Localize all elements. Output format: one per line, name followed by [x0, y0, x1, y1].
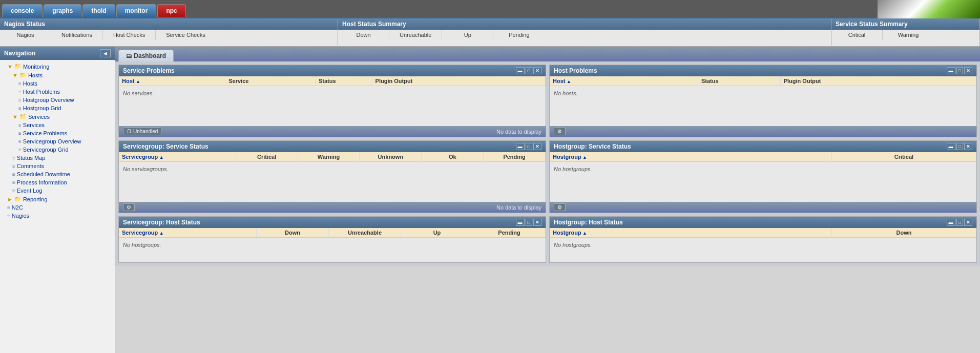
- unhandled-icon: 🗒: [127, 129, 132, 134]
- host-cell-down[interactable]: Down: [338, 30, 389, 40]
- service-problems-close-icon[interactable]: ✕: [533, 67, 541, 74]
- host-problems-gear-button[interactable]: ⚙: [554, 128, 566, 135]
- sidebar-item-status-map[interactable]: ≡ Status Map: [0, 154, 115, 162]
- folder-open-icon: ▼: [7, 64, 13, 70]
- sidebar-item-service-problems[interactable]: ≡ Service Problems: [0, 129, 115, 137]
- sidebar-item-comments[interactable]: ≡ Comments: [0, 162, 115, 170]
- sidebar-item-process-information[interactable]: ≡ Process Information: [0, 178, 115, 186]
- sg-service-status-minimize-icon[interactable]: ▬: [516, 143, 525, 150]
- hg-host-col-down-header: Down: [832, 228, 976, 237]
- sidebar-item-n2c[interactable]: ≡ N2C: [0, 203, 115, 212]
- host-problems-minimize-icon[interactable]: ▬: [947, 67, 955, 74]
- host-problems-title: Host Problems: [554, 67, 597, 74]
- sidebar-item-servicegroup-overview[interactable]: ≡ Servicegroup Overview: [0, 137, 115, 146]
- hg-service-status-restore-icon[interactable]: □: [956, 143, 963, 150]
- dashboard-tab-label: Dashboard: [134, 52, 166, 59]
- sidebar-content: ▼ 📁 Monitoring ▼ 📁 Hosts ≡ Hosts ≡ Host …: [0, 60, 115, 222]
- service-problems-unhandled-button[interactable]: 🗒 Unhandled: [123, 128, 161, 135]
- sg-host-status-minimize-icon[interactable]: ▬: [516, 219, 525, 226]
- sidebar-item-hosts[interactable]: ≡ Hosts: [0, 79, 115, 88]
- sidebar-item-services[interactable]: ≡ Services: [0, 121, 115, 129]
- sidebar-label-services: Services: [23, 122, 45, 128]
- sidebar-label-services-folder: Services: [28, 114, 50, 120]
- nagios-cell-notifications[interactable]: Notifications: [51, 30, 103, 40]
- sp-col-host-header[interactable]: Host: [119, 76, 225, 86]
- nav-tab-npc[interactable]: npc: [157, 4, 185, 17]
- sidebar-label-service-problems: Service Problems: [23, 130, 67, 136]
- sidebar-collapse-button[interactable]: ◄: [100, 49, 111, 57]
- service-problems-header: Service Problems ▬ □ ✕: [119, 65, 546, 76]
- hg-service-status-minimize-icon[interactable]: ▬: [947, 143, 955, 150]
- service-problems-empty: No services.: [119, 86, 546, 100]
- dashboard-content: Service Problems ▬ □ ✕ Host Service Stat…: [115, 61, 980, 266]
- sg-service-col-name-header[interactable]: Servicegroup: [119, 152, 236, 161]
- sg-service-status-close-icon[interactable]: ✕: [533, 143, 541, 150]
- sg-host-status-restore-icon[interactable]: □: [526, 219, 532, 226]
- page-icon-servicegroup-overview: ≡: [18, 139, 22, 144]
- nav-tab-thold[interactable]: thold: [82, 4, 115, 17]
- host-cell-pending[interactable]: Pending: [493, 30, 545, 40]
- sidebar-item-monitoring[interactable]: ▼ 📁 Monitoring: [0, 62, 115, 71]
- sg-service-status-title: Servicegroup: Service Status: [123, 143, 208, 150]
- sidebar-item-host-problems[interactable]: ≡ Host Problems: [0, 88, 115, 96]
- hg-host-col-name-header[interactable]: Hostgroup: [550, 228, 832, 237]
- sg-host-status-empty: No hostgroups.: [119, 238, 546, 252]
- sidebar-header: Navigation ◄: [0, 47, 115, 60]
- sg-service-col-unknown-header: Unknown: [360, 152, 422, 161]
- sg-host-status-title: Servicegroup: Host Status: [123, 219, 200, 226]
- header-logo: [878, 0, 980, 18]
- sg-service-status-icons: ▬ □ ✕: [516, 143, 541, 150]
- nagios-cell-hostchecks[interactable]: Host Checks: [103, 30, 156, 40]
- sg-host-col-name-header[interactable]: Servicegroup: [119, 228, 257, 237]
- sidebar-item-hosts-folder[interactable]: ▼ 📁 Hosts: [0, 71, 115, 79]
- nav-tab-monitor[interactable]: monitor: [116, 4, 157, 17]
- hg-service-col-name-header[interactable]: Hostgroup: [550, 152, 832, 161]
- folder-icon: 📁: [14, 63, 22, 70]
- hg-service-status-close-icon[interactable]: ✕: [964, 143, 972, 150]
- hg-service-status-gear-button[interactable]: ⚙: [554, 203, 566, 211]
- sidebar-item-scheduled-downtime[interactable]: ≡ Scheduled Downtime: [0, 170, 115, 178]
- sidebar-item-nagios[interactable]: ≡ Nagios: [0, 212, 115, 220]
- host-problems-restore-icon[interactable]: □: [956, 67, 963, 74]
- hg-host-status-restore-icon[interactable]: □: [956, 219, 963, 226]
- sg-service-status-gear-button[interactable]: ⚙: [123, 203, 135, 211]
- sidebar-label-n2c: N2C: [12, 204, 23, 211]
- host-problems-close-icon[interactable]: ✕: [964, 67, 972, 74]
- sg-service-col-pending-header: Pending: [484, 152, 546, 161]
- hg-host-status-close-icon[interactable]: ✕: [964, 219, 972, 226]
- dashboard-tab[interactable]: 🗂 Dashboard: [118, 50, 174, 61]
- page-icon-services: ≡: [18, 122, 22, 128]
- hg-host-status-minimize-icon[interactable]: ▬: [947, 219, 955, 226]
- nagios-cell-nagios[interactable]: Nagios: [0, 30, 51, 40]
- sidebar-item-reporting-folder[interactable]: ► 📁 Reporting: [0, 195, 115, 203]
- service-cell-warning[interactable]: Warning: [883, 30, 934, 40]
- page-icon-service-problems: ≡: [18, 131, 22, 136]
- host-cell-unreachable[interactable]: Unreachable: [389, 30, 442, 40]
- dashboard-tab-icon: 🗂: [126, 52, 134, 59]
- nagios-cell-servicechecks[interactable]: Service Checks: [156, 30, 215, 40]
- sidebar-item-services-folder[interactable]: ▼ 📁 Services: [0, 112, 115, 121]
- sidebar-title: Navigation: [4, 50, 35, 57]
- sp-col-service-header: Service: [225, 76, 316, 86]
- servicegroup-service-status-panel: Servicegroup: Service Status ▬ □ ✕ Servi…: [118, 140, 546, 213]
- host-problems-panel: Host Problems ▬ □ ✕ Host Status Plugin O…: [549, 65, 977, 137]
- sg-host-col-down-header: Down: [257, 228, 329, 237]
- sidebar-item-event-log[interactable]: ≡ Event Log: [0, 186, 115, 195]
- host-problems-header: Host Problems ▬ □ ✕: [550, 65, 976, 76]
- host-status-cells: Down Unreachable Up Pending: [338, 30, 831, 40]
- service-problems-restore-icon[interactable]: □: [526, 67, 532, 74]
- sidebar-item-hostgroup-overview[interactable]: ≡ Hostgroup Overview: [0, 96, 115, 104]
- folder-closed-icon-reporting: ►: [7, 196, 13, 202]
- hp-col-host-header[interactable]: Host: [550, 76, 698, 86]
- sg-host-status-close-icon[interactable]: ✕: [533, 219, 541, 226]
- sidebar-item-servicegroup-grid[interactable]: ≡ Servicegroup Grid: [0, 146, 115, 154]
- sg-service-status-restore-icon[interactable]: □: [526, 143, 532, 150]
- service-problems-minimize-icon[interactable]: ▬: [516, 67, 525, 74]
- service-cell-critical[interactable]: Critical: [831, 30, 883, 40]
- main-layout: Navigation ◄ ▼ 📁 Monitoring ▼ 📁 Hosts ≡ …: [0, 47, 980, 353]
- nav-tab-console[interactable]: console: [2, 4, 43, 17]
- host-cell-up[interactable]: Up: [442, 30, 493, 40]
- sidebar-item-hostgroup-grid[interactable]: ≡ Hostgroup Grid: [0, 104, 115, 112]
- nav-tab-graphs[interactable]: graphs: [44, 4, 81, 17]
- sg-host-col-pending-header: Pending: [473, 228, 546, 237]
